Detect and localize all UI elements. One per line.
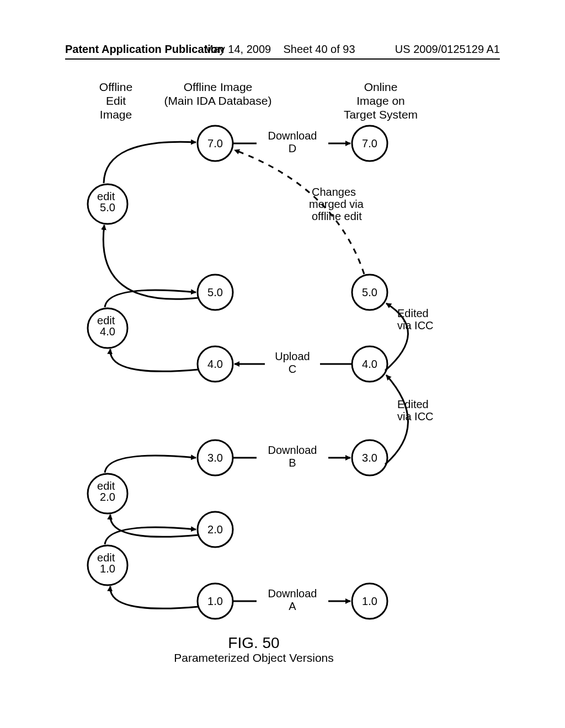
node-edit-2-0-label: edit 2.0 (97, 480, 118, 503)
arrow-off20-to-edit20 (110, 515, 199, 537)
label-icc-upper-2: via ICC (397, 319, 434, 331)
node-offline-3-0-label: 3.0 (207, 452, 223, 464)
arrow-off10-to-edit10 (110, 586, 199, 608)
node-edit-5-0-label: edit 5.0 (97, 190, 118, 213)
node-online-1-0-label: 1.0 (362, 595, 377, 607)
arrow-edit20-to-off30 (105, 456, 196, 473)
node-offline-4-0-label: 4.0 (207, 358, 223, 370)
label-download-a1: Download (268, 587, 317, 599)
node-offline-1-0-label: 1.0 (207, 595, 223, 607)
node-online-5-0-label: 5.0 (362, 286, 377, 298)
label-download-d2: D (289, 142, 296, 154)
label-merged-2: merged via (309, 198, 364, 210)
diagram-svg: Offline Edit Image Offline Image (Main I… (0, 0, 565, 728)
col-header-edit: Offline Edit Image (77, 80, 154, 122)
arrow-off40-to-edit40 (110, 349, 199, 371)
label-download-b2: B (289, 457, 296, 469)
figure-caption: Parameterized Object Versions (174, 651, 333, 664)
label-icc-lower-1: Edited (397, 398, 429, 410)
figure-number: FIG. 50 (228, 634, 279, 651)
node-offline-2-0-label: 2.0 (207, 523, 223, 536)
node-offline-5-0-label: 5.0 (207, 286, 223, 298)
label-upload-c1: Upload (275, 350, 310, 362)
label-icc-upper-1: Edited (397, 307, 429, 319)
col-header-offline: Offline Image (Main IDA Database) (154, 80, 281, 108)
label-merged-3: offline edit (312, 210, 362, 222)
node-online-7-0-label: 7.0 (362, 137, 377, 149)
arrow-off50-to-edit50 (103, 225, 199, 299)
label-download-d1: Download (268, 130, 317, 142)
node-online-3-0-label: 3.0 (362, 452, 377, 464)
label-icc-lower-2: via ICC (397, 410, 434, 422)
arrow-edit50-to-off70 (104, 142, 196, 183)
label-merged-1: Changes (312, 186, 356, 198)
label-download-a2: A (289, 600, 296, 612)
node-edit-1-0-label: edit 1.0 (97, 552, 118, 575)
node-online-4-0-label: 4.0 (362, 358, 377, 370)
node-edit-4-0-label: edit 4.0 (97, 314, 118, 338)
col-header-online: Online Image on Target System (331, 80, 430, 122)
label-upload-c2: C (289, 363, 296, 375)
node-offline-7-0-label: 7.0 (207, 137, 223, 149)
label-download-b1: Download (268, 444, 317, 456)
